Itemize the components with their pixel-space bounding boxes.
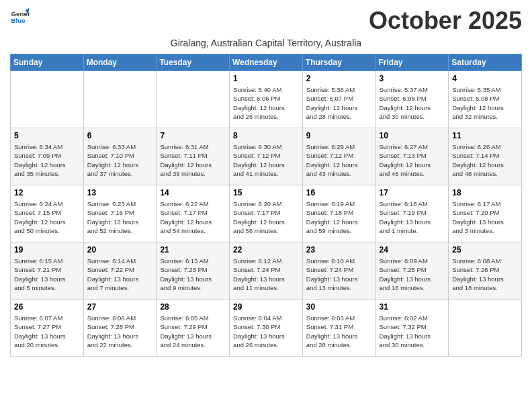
- header: General Blue October 2025: [10, 7, 522, 35]
- day-info: Sunrise: 6:20 AM Sunset: 7:17 PM Dayligh…: [233, 199, 299, 235]
- day-info: Sunrise: 6:26 AM Sunset: 7:14 PM Dayligh…: [452, 142, 518, 178]
- day-info: Sunrise: 6:19 AM Sunset: 7:18 PM Dayligh…: [306, 199, 372, 235]
- day-info: Sunrise: 6:18 AM Sunset: 7:19 PM Dayligh…: [380, 199, 445, 235]
- calendar-cell: 9Sunrise: 6:29 AM Sunset: 7:12 PM Daylig…: [302, 128, 375, 185]
- day-info: Sunrise: 6:15 AM Sunset: 7:21 PM Dayligh…: [14, 257, 80, 292]
- calendar-cell: 17Sunrise: 6:18 AM Sunset: 7:19 PM Dayli…: [375, 185, 449, 242]
- day-info: Sunrise: 5:40 AM Sunset: 6:06 PM Dayligh…: [233, 85, 299, 121]
- day-info: Sunrise: 6:07 AM Sunset: 7:27 PM Dayligh…: [14, 314, 80, 349]
- day-number: 4: [452, 74, 518, 83]
- day-info: Sunrise: 6:06 AM Sunset: 7:28 PM Dayligh…: [87, 314, 153, 349]
- calendar-cell: [449, 300, 522, 357]
- day-info: Sunrise: 5:37 AM Sunset: 6:08 PM Dayligh…: [380, 85, 445, 121]
- day-number: 26: [14, 302, 80, 312]
- calendar-cell: 6Sunrise: 6:33 AM Sunset: 7:10 PM Daylig…: [83, 128, 157, 185]
- header-sunday: Sunday: [11, 54, 84, 71]
- day-number: 10: [380, 131, 445, 140]
- day-info: Sunrise: 6:29 AM Sunset: 7:12 PM Dayligh…: [306, 142, 372, 178]
- day-number: 24: [380, 245, 445, 255]
- day-number: 22: [233, 245, 299, 255]
- subtitle: Giralang, Australian Capital Territory, …: [10, 38, 522, 48]
- day-info: Sunrise: 5:35 AM Sunset: 6:08 PM Dayligh…: [452, 85, 518, 121]
- day-number: 15: [233, 188, 299, 197]
- day-number: 6: [87, 131, 153, 140]
- calendar-cell: 18Sunrise: 6:17 AM Sunset: 7:20 PM Dayli…: [449, 185, 522, 242]
- calendar-week-row: 12Sunrise: 6:24 AM Sunset: 7:15 PM Dayli…: [11, 185, 522, 242]
- calendar-cell: 4Sunrise: 5:35 AM Sunset: 6:08 PM Daylig…: [449, 71, 522, 128]
- calendar-cell: 14Sunrise: 6:22 AM Sunset: 7:17 PM Dayli…: [157, 185, 230, 242]
- calendar-week-row: 19Sunrise: 6:15 AM Sunset: 7:21 PM Dayli…: [11, 242, 522, 300]
- calendar-cell: 30Sunrise: 6:03 AM Sunset: 7:31 PM Dayli…: [302, 300, 375, 357]
- day-number: 3: [380, 74, 445, 83]
- day-number: 11: [452, 131, 518, 140]
- day-number: 23: [306, 245, 372, 255]
- calendar-cell: 28Sunrise: 6:05 AM Sunset: 7:29 PM Dayli…: [157, 300, 230, 357]
- header-friday: Friday: [375, 54, 449, 71]
- calendar-cell: 13Sunrise: 6:23 AM Sunset: 7:16 PM Dayli…: [83, 185, 157, 242]
- day-info: Sunrise: 6:12 AM Sunset: 7:24 PM Dayligh…: [233, 257, 299, 292]
- header-saturday: Saturday: [449, 54, 522, 71]
- calendar-cell: 3Sunrise: 5:37 AM Sunset: 6:08 PM Daylig…: [375, 71, 449, 128]
- calendar-cell: [157, 71, 230, 128]
- day-info: Sunrise: 6:14 AM Sunset: 7:22 PM Dayligh…: [87, 257, 153, 292]
- header-monday: Monday: [83, 54, 157, 71]
- calendar-week-row: 26Sunrise: 6:07 AM Sunset: 7:27 PM Dayli…: [11, 300, 522, 357]
- calendar-cell: [83, 71, 157, 128]
- day-number: 29: [233, 302, 299, 312]
- calendar-cell: 8Sunrise: 6:30 AM Sunset: 7:12 PM Daylig…: [230, 128, 303, 185]
- day-info: Sunrise: 6:03 AM Sunset: 7:31 PM Dayligh…: [306, 314, 372, 349]
- calendar-cell: 25Sunrise: 6:08 AM Sunset: 7:26 PM Dayli…: [449, 242, 522, 300]
- day-info: Sunrise: 6:09 AM Sunset: 7:25 PM Dayligh…: [380, 257, 445, 292]
- month-title: October 2025: [369, 7, 522, 35]
- day-number: 20: [87, 245, 153, 255]
- calendar-cell: 20Sunrise: 6:14 AM Sunset: 7:22 PM Dayli…: [83, 242, 157, 300]
- day-info: Sunrise: 6:13 AM Sunset: 7:23 PM Dayligh…: [160, 257, 226, 292]
- day-number: 19: [14, 245, 80, 255]
- calendar-table: SundayMondayTuesdayWednesdayThursdayFrid…: [10, 54, 522, 357]
- calendar-cell: 21Sunrise: 6:13 AM Sunset: 7:23 PM Dayli…: [157, 242, 230, 300]
- calendar-cell: 12Sunrise: 6:24 AM Sunset: 7:15 PM Dayli…: [11, 185, 84, 242]
- day-number: 25: [452, 245, 518, 255]
- calendar-cell: 16Sunrise: 6:19 AM Sunset: 7:18 PM Dayli…: [302, 185, 375, 242]
- day-info: Sunrise: 6:02 AM Sunset: 7:32 PM Dayligh…: [380, 314, 445, 349]
- calendar-cell: 5Sunrise: 6:34 AM Sunset: 7:09 PM Daylig…: [11, 128, 84, 185]
- calendar-week-row: 5Sunrise: 6:34 AM Sunset: 7:09 PM Daylig…: [11, 128, 522, 185]
- header-tuesday: Tuesday: [157, 54, 230, 71]
- day-info: Sunrise: 6:10 AM Sunset: 7:24 PM Dayligh…: [306, 257, 372, 292]
- day-info: Sunrise: 6:31 AM Sunset: 7:11 PM Dayligh…: [160, 142, 226, 178]
- calendar-cell: 31Sunrise: 6:02 AM Sunset: 7:32 PM Dayli…: [375, 300, 449, 357]
- day-info: Sunrise: 6:34 AM Sunset: 7:09 PM Dayligh…: [14, 142, 80, 178]
- calendar-cell: 22Sunrise: 6:12 AM Sunset: 7:24 PM Dayli…: [230, 242, 303, 300]
- calendar-cell: 29Sunrise: 6:04 AM Sunset: 7:30 PM Dayli…: [230, 300, 303, 357]
- calendar-cell: 1Sunrise: 5:40 AM Sunset: 6:06 PM Daylig…: [230, 71, 303, 128]
- logo-icon: General Blue: [10, 7, 30, 27]
- day-info: Sunrise: 6:24 AM Sunset: 7:15 PM Dayligh…: [14, 199, 80, 235]
- calendar-cell: 27Sunrise: 6:06 AM Sunset: 7:28 PM Dayli…: [83, 300, 157, 357]
- calendar-cell: [11, 71, 84, 128]
- calendar-cell: 10Sunrise: 6:27 AM Sunset: 7:13 PM Dayli…: [375, 128, 449, 185]
- day-number: 8: [233, 131, 299, 140]
- day-number: 31: [380, 302, 445, 312]
- calendar-cell: 23Sunrise: 6:10 AM Sunset: 7:24 PM Dayli…: [302, 242, 375, 300]
- day-info: Sunrise: 6:33 AM Sunset: 7:10 PM Dayligh…: [87, 142, 153, 178]
- day-number: 7: [160, 131, 226, 140]
- day-info: Sunrise: 6:04 AM Sunset: 7:30 PM Dayligh…: [233, 314, 299, 349]
- day-number: 12: [14, 188, 80, 197]
- day-number: 14: [160, 188, 226, 197]
- day-info: Sunrise: 5:38 AM Sunset: 6:07 PM Dayligh…: [306, 85, 372, 121]
- day-number: 1: [233, 74, 299, 83]
- day-number: 16: [306, 188, 372, 197]
- logo: General Blue: [10, 7, 30, 27]
- day-info: Sunrise: 6:23 AM Sunset: 7:16 PM Dayligh…: [87, 199, 153, 235]
- day-number: 27: [87, 302, 153, 312]
- day-number: 2: [306, 74, 372, 83]
- day-info: Sunrise: 6:17 AM Sunset: 7:20 PM Dayligh…: [452, 199, 518, 235]
- day-number: 18: [452, 188, 518, 197]
- day-info: Sunrise: 6:27 AM Sunset: 7:13 PM Dayligh…: [380, 142, 445, 178]
- day-number: 17: [380, 188, 445, 197]
- day-info: Sunrise: 6:08 AM Sunset: 7:26 PM Dayligh…: [452, 257, 518, 292]
- calendar-cell: 24Sunrise: 6:09 AM Sunset: 7:25 PM Dayli…: [375, 242, 449, 300]
- svg-text:Blue: Blue: [11, 17, 26, 24]
- calendar-cell: 19Sunrise: 6:15 AM Sunset: 7:21 PM Dayli…: [11, 242, 84, 300]
- day-number: 21: [160, 245, 226, 255]
